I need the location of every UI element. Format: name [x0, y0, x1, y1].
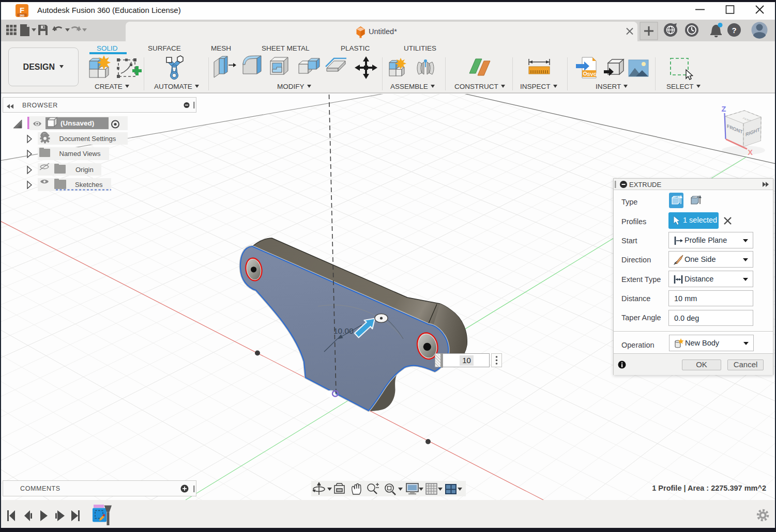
svg-text:X: X [748, 148, 753, 157]
svg-text:10.00: 10.00 [333, 326, 354, 335]
svg-text:Untitled*: Untitled* [369, 27, 397, 36]
svg-text:?: ? [732, 26, 736, 35]
svg-text:SVG: SVG [587, 71, 597, 77]
svg-text:Z: Z [722, 105, 726, 113]
